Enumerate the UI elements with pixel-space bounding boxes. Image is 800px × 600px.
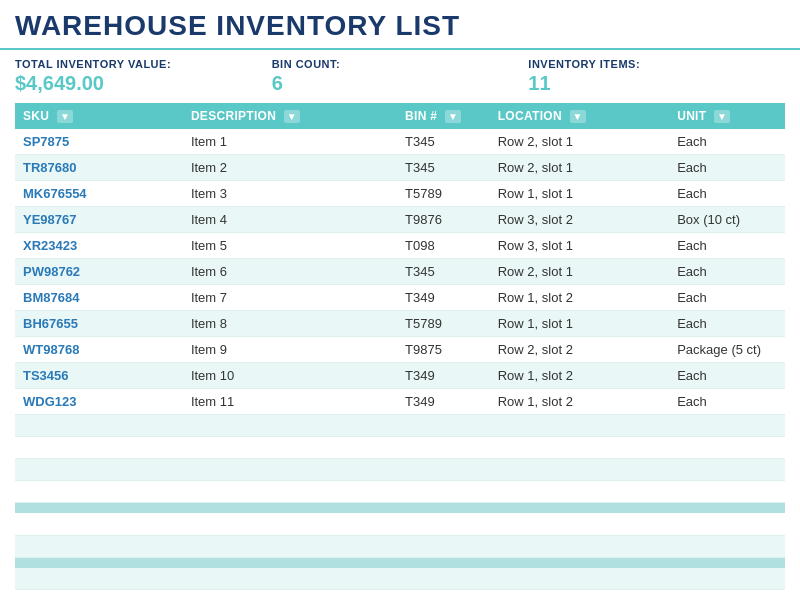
bin-cell: T9876 [397,207,490,233]
description-cell: Item 7 [183,285,397,311]
unit-cell: Each [669,285,785,311]
location-cell: Row 2, slot 2 [490,337,669,363]
unit-cell: Box (10 ct) [669,207,785,233]
bin-cell: T9875 [397,337,490,363]
col-header-sku: SKU ▼ [15,103,183,129]
bin-cell: T349 [397,389,490,415]
description-cell: Item 8 [183,311,397,337]
unit-cell: Each [669,233,785,259]
unit-filter-icon[interactable]: ▼ [714,110,730,123]
bin-count: 6 [272,72,529,95]
sku-cell: BM87684 [15,285,183,311]
unit-cell: Each [669,181,785,207]
table-row: SP7875Item 1T345Row 2, slot 1Each [15,129,785,155]
col-header-location: LOCATION ▼ [490,103,669,129]
location-cell: Row 3, slot 1 [490,233,669,259]
bin-cell: T5789 [397,311,490,337]
unit-cell: Package (5 ct) [669,337,785,363]
description-cell: Item 11 [183,389,397,415]
location-cell: Row 1, slot 2 [490,389,669,415]
bin-filter-icon[interactable]: ▼ [445,110,461,123]
location-cell: Row 1, slot 2 [490,363,669,389]
description-cell: Item 10 [183,363,397,389]
empty-row [15,415,785,437]
col-header-description: DESCRIPTION ▼ [183,103,397,129]
page-title: WAREHOUSE INVENTORY LIST [15,10,785,42]
table-row: BM87684Item 7T349Row 1, slot 2Each [15,285,785,311]
table-row: YE98767Item 4T9876Row 3, slot 2Box (10 c… [15,207,785,233]
table-row: TS3456Item 10T349Row 1, slot 2Each [15,363,785,389]
sku-cell: XR23423 [15,233,183,259]
description-cell: Item 5 [183,233,397,259]
description-cell: Item 4 [183,207,397,233]
location-cell: Row 1, slot 1 [490,181,669,207]
bin-cell: T345 [397,259,490,285]
sku-cell: MK676554 [15,181,183,207]
inventory-items: 11 [528,72,785,95]
sku-cell: YE98767 [15,207,183,233]
bin-cell: T098 [397,233,490,259]
empty-row [15,481,785,503]
description-filter-icon[interactable]: ▼ [284,110,300,123]
inventory-table: SKU ▼ DESCRIPTION ▼ BIN # ▼ LOCATION ▼ U… [15,103,785,600]
location-cell: Row 1, slot 2 [490,285,669,311]
sku-cell: WDG123 [15,389,183,415]
empty-row [15,590,785,601]
bin-cell: T349 [397,363,490,389]
table-row: TR87680Item 2T345Row 2, slot 1Each [15,155,785,181]
empty-row [15,535,785,557]
col-header-bin: BIN # ▼ [397,103,490,129]
unit-cell: Each [669,259,785,285]
location-cell: Row 2, slot 1 [490,259,669,285]
sku-cell: PW98762 [15,259,183,285]
table-row: WT98768Item 9T9875Row 2, slot 2Package (… [15,337,785,363]
divider-row [15,503,785,514]
bin-cell: T345 [397,155,490,181]
sku-cell: TS3456 [15,363,183,389]
divider-row [15,557,785,568]
bin-count-block: BIN COUNT: 6 [272,58,529,95]
description-cell: Item 1 [183,129,397,155]
sku-cell: BH67655 [15,311,183,337]
location-filter-icon[interactable]: ▼ [570,110,586,123]
stats-row: TOTAL INVENTORY VALUE: $4,649.00 BIN COU… [0,50,800,103]
description-cell: Item 2 [183,155,397,181]
location-cell: Row 2, slot 1 [490,129,669,155]
empty-row [15,568,785,590]
empty-row [15,459,785,481]
location-cell: Row 3, slot 2 [490,207,669,233]
col-header-unit: UNIT ▼ [669,103,785,129]
sku-filter-icon[interactable]: ▼ [57,110,73,123]
unit-cell: Each [669,363,785,389]
total-value: $4,649.00 [15,72,272,95]
sku-cell: WT98768 [15,337,183,363]
table-row: MK676554Item 3T5789Row 1, slot 1Each [15,181,785,207]
table-row: BH67655Item 8T5789Row 1, slot 1Each [15,311,785,337]
unit-cell: Each [669,389,785,415]
table-container: SKU ▼ DESCRIPTION ▼ BIN # ▼ LOCATION ▼ U… [0,103,800,600]
bin-cell: T349 [397,285,490,311]
bin-cell: T5789 [397,181,490,207]
page-header: WAREHOUSE INVENTORY LIST [0,0,800,50]
total-value-block: TOTAL INVENTORY VALUE: $4,649.00 [15,58,272,95]
table-row: XR23423Item 5T098Row 3, slot 1Each [15,233,785,259]
description-cell: Item 9 [183,337,397,363]
total-value-label: TOTAL INVENTORY VALUE: [15,58,272,70]
unit-cell: Each [669,129,785,155]
empty-row [15,513,785,535]
bin-cell: T345 [397,129,490,155]
sku-cell: TR87680 [15,155,183,181]
location-cell: Row 2, slot 1 [490,155,669,181]
description-cell: Item 6 [183,259,397,285]
inventory-items-label: INVENTORY ITEMS: [528,58,785,70]
bin-count-label: BIN COUNT: [272,58,529,70]
unit-cell: Each [669,311,785,337]
table-row: PW98762Item 6T345Row 2, slot 1Each [15,259,785,285]
unit-cell: Each [669,155,785,181]
empty-row [15,437,785,459]
description-cell: Item 3 [183,181,397,207]
table-row: WDG123Item 11T349Row 1, slot 2Each [15,389,785,415]
sku-cell: SP7875 [15,129,183,155]
location-cell: Row 1, slot 1 [490,311,669,337]
inventory-items-block: INVENTORY ITEMS: 11 [528,58,785,95]
